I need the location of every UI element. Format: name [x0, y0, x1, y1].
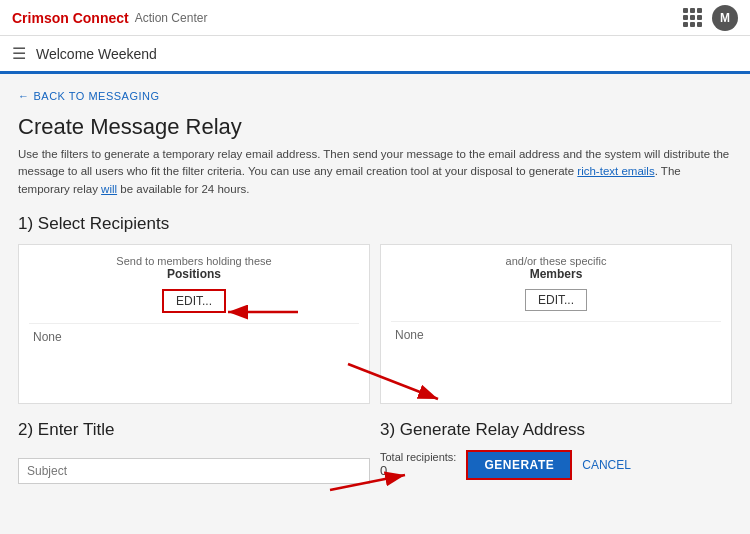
members-value: None — [391, 321, 721, 348]
action-center-label: Action Center — [135, 11, 208, 25]
back-link[interactable]: BACK TO MESSAGING — [18, 90, 160, 102]
positions-edit-button[interactable]: EDIT... — [162, 289, 226, 313]
top-nav: Crimson Connect Action Center M — [0, 0, 750, 36]
members-header: and/or these specific Members — [391, 255, 721, 281]
content-area: BACK TO MESSAGING Create Message Relay U… — [0, 74, 750, 534]
members-box: and/or these specific Members EDIT... No… — [380, 244, 732, 404]
members-label-top: and/or these specific — [391, 255, 721, 267]
section3: 3) Generate Relay Address Total recipien… — [380, 420, 732, 480]
section1-title: 1) Select Recipients — [18, 214, 732, 234]
cancel-link[interactable]: CANCEL — [582, 458, 631, 472]
page-description: Use the filters to generate a temporary … — [18, 146, 732, 198]
total-recipients-label: Total recipients: — [380, 451, 456, 463]
positions-label-main: Positions — [29, 267, 359, 281]
avatar[interactable]: M — [712, 5, 738, 31]
generate-button[interactable]: GENERATE — [466, 450, 572, 480]
total-recipients-value: 0 — [380, 463, 456, 478]
members-edit-button[interactable]: EDIT... — [525, 289, 587, 311]
grid-icon[interactable] — [683, 8, 702, 27]
positions-header: Send to members holding these Positions — [29, 255, 359, 281]
bottom-row: 2) Enter Title 3) Generate Relay Address… — [18, 420, 732, 484]
positions-label-top: Send to members holding these — [29, 255, 359, 267]
positions-box: Send to members holding these Positions … — [18, 244, 370, 404]
members-label-main: Members — [391, 267, 721, 281]
welcome-bar: ☰ Welcome Weekend — [0, 36, 750, 74]
brand-name: Crimson Connect — [12, 10, 129, 26]
welcome-label: Welcome Weekend — [36, 46, 157, 62]
section2: 2) Enter Title — [18, 420, 370, 484]
total-recipients: Total recipients: 0 — [380, 451, 456, 478]
positions-value: None — [29, 323, 359, 350]
recipients-row: Send to members holding these Positions … — [18, 244, 732, 404]
page-title: Create Message Relay — [18, 114, 732, 140]
hamburger-icon[interactable]: ☰ — [12, 44, 26, 63]
subject-input[interactable] — [18, 458, 370, 484]
section3-title: 3) Generate Relay Address — [380, 420, 732, 440]
nav-icons: M — [683, 5, 738, 31]
section2-title: 2) Enter Title — [18, 420, 370, 440]
generate-row: Total recipients: 0 GENERATE CANCEL — [380, 450, 732, 480]
